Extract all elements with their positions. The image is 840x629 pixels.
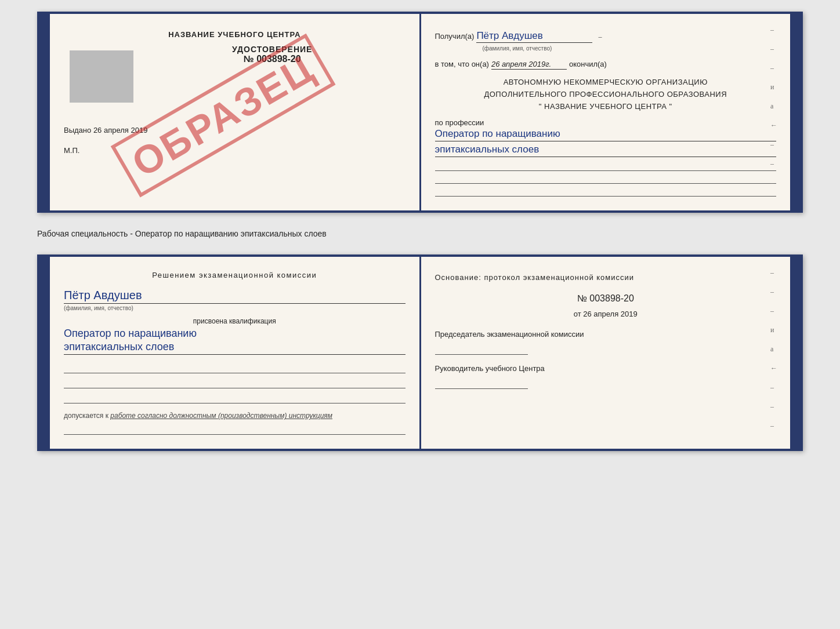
r-dash-5: а [770, 345, 777, 354]
допускается-text: допускается к работе согласно должностны… [64, 412, 405, 420]
date-value-2: 26 апреля 2019 [583, 310, 638, 318]
protocol-number: № 003898-20 [435, 293, 777, 304]
profession-value-2: эпитаксиальных слоев [435, 144, 777, 157]
r-dash-4: и [770, 326, 777, 335]
spine-right-1 [790, 14, 801, 210]
profession-value-1: Оператор по наращиванию [435, 128, 777, 141]
dash-3: – [770, 64, 777, 72]
received-sublabel: (фамилия, имя, отчество) [483, 45, 777, 52]
r-dash-6: ← [770, 364, 777, 373]
head-block: Руководитель учебного Центра [435, 364, 777, 389]
protocol-date: от 26 апреля 2019 [435, 310, 777, 318]
dash-7: – [770, 140, 777, 149]
dash-line-1 [435, 162, 777, 171]
cert1-left-panel: НАЗВАНИЕ УЧЕБНОГО ЦЕНТРА УДОСТОВЕРЕНИЕ №… [50, 14, 421, 210]
underline-3 [64, 393, 405, 403]
cert-title-1: УДОСТОВЕРЕНИЕ [139, 45, 405, 54]
dash-4: и [770, 83, 777, 92]
date-prefix-2: от [574, 310, 581, 318]
person-name-2: Пётр Авдушев [64, 289, 405, 304]
dash-6: ← [770, 121, 777, 130]
dash-8: – [770, 159, 777, 168]
dash-5: а [770, 102, 777, 111]
r-dash-8: – [770, 402, 777, 411]
photo-placeholder-1 [70, 50, 133, 103]
profession-label: по профессии [435, 118, 777, 127]
date-line-1: в том, что он(а) 26 апреля 2019г. окончи… [435, 60, 777, 70]
spine-left-1 [39, 14, 50, 210]
dash-line-2 [435, 174, 777, 184]
left-content-block: УДОСТОВЕРЕНИЕ № 003898-20 [64, 45, 405, 108]
dash-1: – [770, 26, 777, 34]
cert2-right-panel: – – – и а ← – – – Основание: протокол эк… [421, 257, 791, 449]
org-line-1: АВТОНОМНУЮ НЕКОММЕРЧЕСКУЮ ОРГАНИЗАЦИЮ [435, 77, 777, 89]
separator-text: Рабочая специальность - Оператор по нара… [37, 223, 803, 244]
osnov-title: Основание: протокол экзаменационной коми… [435, 273, 777, 282]
mp-line: М.П. [64, 146, 405, 155]
vydano-date: 26 апреля 2019 [93, 126, 148, 134]
received-dash: – [598, 33, 602, 40]
last-underline [64, 424, 405, 435]
resolution-title: Решением экзаменационной комиссии [64, 271, 405, 279]
date-value: 26 апреля 2019г. [491, 60, 567, 70]
training-center-title-1: НАЗВАНИЕ УЧЕБНОГО ЦЕНТРА [64, 30, 405, 39]
underline-2 [64, 378, 405, 388]
qualification-label: присвоена квалификация [64, 317, 405, 325]
bottom-dash-lines [435, 162, 777, 197]
date-suffix: окончил(а) [569, 60, 607, 68]
допускается-italic: работе согласно должностным (производств… [110, 412, 332, 420]
qualification-value-2: эпитаксиальных слоев [64, 341, 405, 355]
r-dash-3: – [770, 307, 777, 315]
cert2-left-panel: Решением экзаменационной комиссии Пётр А… [50, 257, 421, 449]
org-block: АВТОНОМНУЮ НЕКОММЕРЧЕСКУЮ ОРГАНИЗАЦИЮ ДО… [435, 77, 777, 112]
r-dash-9: – [770, 421, 777, 430]
vydano-label: Выдано [64, 126, 91, 134]
certificate-book-1: НАЗВАНИЕ УЧЕБНОГО ЦЕНТРА УДОСТОВЕРЕНИЕ №… [37, 12, 803, 213]
right-dashes-col-2: – – – и а ← – – – [770, 268, 777, 430]
r-dash-2: – [770, 288, 777, 296]
spine-right-2 [790, 257, 801, 449]
page-wrapper: НАЗВАНИЕ УЧЕБНОГО ЦЕНТРА УДОСТОВЕРЕНИЕ №… [12, 12, 828, 451]
допускается-prefix: допускается к [64, 412, 108, 420]
vydano-line: Выдано 26 апреля 2019 [64, 126, 405, 134]
chairman-signature [435, 343, 528, 355]
right-dashes-col: – – – и а ← – – – [770, 26, 777, 187]
spine-left-2 [39, 257, 50, 449]
received-line: Получил(а) Пётр Авдушев – [435, 30, 777, 43]
fio-sublabel-2: (фамилия, имя, отчество) [64, 305, 405, 311]
date-prefix: в том, что он(а) [435, 60, 489, 68]
cert-details-block: УДОСТОВЕРЕНИЕ № 003898-20 [139, 45, 405, 64]
org-line-2: ДОПОЛНИТЕЛЬНОГО ПРОФЕССИОНАЛЬНОГО ОБРАЗО… [435, 89, 777, 101]
r-dash-1: – [770, 268, 777, 277]
certificate-book-2: Решением экзаменационной комиссии Пётр А… [37, 254, 803, 451]
dash-line-3 [435, 187, 777, 197]
received-name: Пётр Авдушев [476, 30, 592, 43]
dash-9: – [770, 179, 777, 187]
cert1-right-panel: – – – и а ← – – – Получил(а) Пётр Авдуше… [421, 14, 791, 210]
head-label: Руководитель учебного Центра [435, 364, 777, 373]
chairman-label: Председатель экзаменационной комиссии [435, 330, 777, 339]
received-label: Получил(а) [435, 32, 475, 41]
r-dash-7: – [770, 383, 777, 392]
cert-number-1: № 003898-20 [139, 54, 405, 64]
head-signature [435, 377, 528, 389]
dash-2: – [770, 45, 777, 53]
underline-1 [64, 363, 405, 373]
org-line-3: " НАЗВАНИЕ УЧЕБНОГО ЦЕНТРА " [435, 101, 777, 113]
chairman-block: Председатель экзаменационной комиссии [435, 330, 777, 355]
underlines-block [64, 363, 405, 403]
qualification-value-1: Оператор по наращиванию [64, 328, 405, 340]
